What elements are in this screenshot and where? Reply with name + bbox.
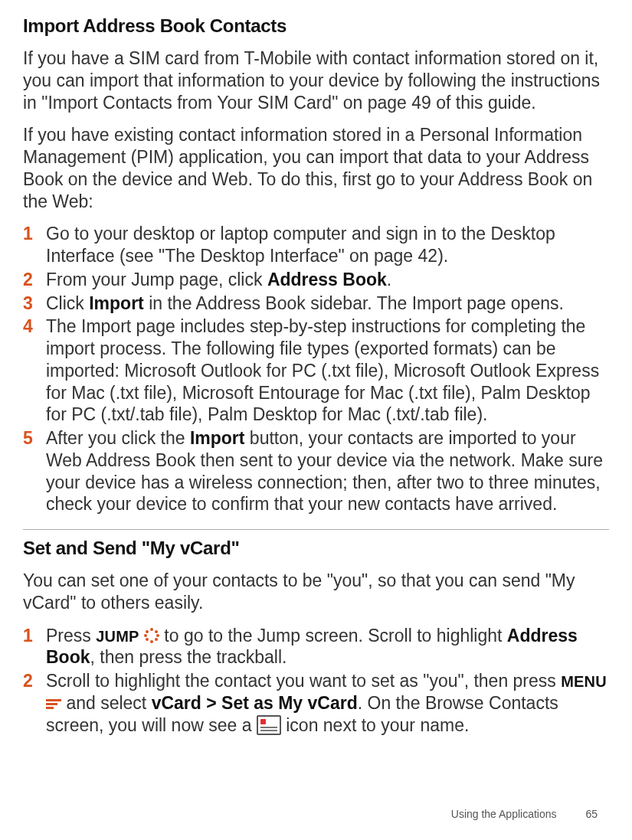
vcard-icon [257,715,281,735]
heading-import: Import Address Book Contacts [23,15,609,37]
para-import-1: If you have a SIM card from T-Mobile wit… [23,47,609,113]
para-import-2: If you have existing contact information… [23,124,609,212]
step-text-frag: From your Jump page, click [46,270,267,289]
step-2: 2 Scroll to highlight the contact you wa… [23,670,609,736]
step-number: 3 [23,293,46,315]
step-number: 4 [23,315,46,426]
footer-page-number: 65 [585,808,598,820]
footer-chapter: Using the Applications [451,808,557,820]
term-import: Import [89,293,144,313]
step-text-frag: Press [46,626,96,646]
key-menu: MENU [561,673,607,690]
step-3: 3 Click Import in the Address Book sideb… [23,293,609,315]
page: Import Address Book Contacts If you have… [0,0,632,840]
step-1: 1 Press JUMP to go to the Jump screen. S… [23,625,609,669]
footer: Using the Applications 65 [451,808,598,820]
steps-vcard: 1 Press JUMP to go to the Jump screen. S… [23,625,609,737]
step-text-frag: Click [46,293,89,313]
heading-vcard: Set and Send "My vCard" [23,538,609,559]
step-2: 2 From your Jump page, click Address Boo… [23,269,609,291]
step-text-frag: and select [61,693,152,713]
step-text: From your Jump page, click Address Book. [46,269,609,291]
term-set-vcard: vCard > Set as My vCard [152,693,358,713]
term-import: Import [190,428,245,448]
step-number: 2 [23,670,46,736]
step-text-frag: After you click the [46,428,190,448]
step-text: After you click the Import button, your … [46,427,609,515]
step-text: Go to your desktop or laptop computer an… [46,223,609,267]
step-text: Click Import in the Address Book sidebar… [46,293,609,315]
step-number: 2 [23,269,46,291]
divider [23,529,609,530]
key-jump: JUMP [96,628,139,645]
step-text-frag: in the Address Book sidebar. The Import … [144,293,564,313]
jump-icon [144,628,159,643]
step-4: 4 The Import page includes step-by-step … [23,315,609,426]
step-number: 1 [23,223,46,267]
step-text-frag: . [387,270,391,289]
step-text-frag: Scroll to highlight the contact you want… [46,671,561,691]
step-text-frag: icon next to your name. [281,715,469,735]
step-number: 1 [23,625,46,669]
step-text: The Import page includes step-by-step in… [46,315,609,426]
para-vcard-1: You can set one of your contacts to be "… [23,570,609,614]
step-text-frag: , then press the trackball. [90,647,287,667]
steps-import: 1 Go to your desktop or laptop computer … [23,223,609,515]
step-text-frag: to go to the Jump screen. Scroll to high… [159,626,507,646]
step-number: 5 [23,427,46,515]
menu-icon [46,699,61,710]
step-text: Press JUMP to go to the Jump screen. Scr… [46,625,609,669]
step-1: 1 Go to your desktop or laptop computer … [23,223,609,267]
step-5: 5 After you click the Import button, you… [23,427,609,515]
step-text: Scroll to highlight the contact you want… [46,670,609,736]
term-address-book: Address Book [267,270,387,289]
